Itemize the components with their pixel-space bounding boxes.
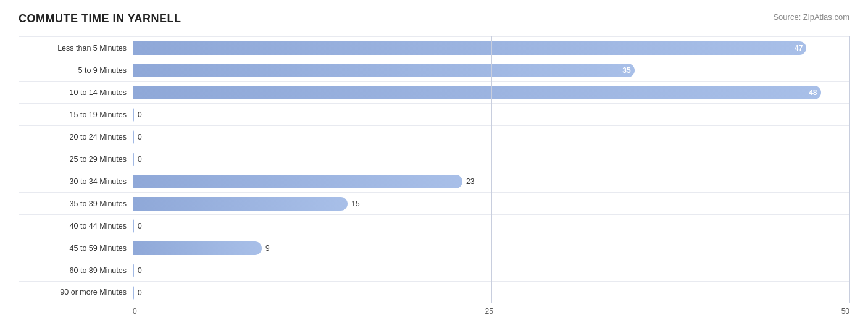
bar-fill-zero <box>133 130 134 144</box>
bar-row: 0 <box>133 214 849 237</box>
chart-source: Source: ZipAtlas.com <box>773 12 849 22</box>
bar-fill <box>133 241 262 255</box>
bar-label: 60 to 89 Minutes <box>19 259 133 281</box>
bar-row: 0 <box>133 281 849 303</box>
bar-value-inside: 48 <box>809 88 817 97</box>
x-axis-tick: 0 <box>133 307 137 316</box>
bar-fill-zero <box>133 286 134 300</box>
bar-value-inside: 35 <box>622 66 630 75</box>
x-axis-labels: 02550 <box>133 307 849 316</box>
bar-label: 30 to 34 Minutes <box>19 170 133 192</box>
bar-label: 15 to 19 Minutes <box>19 103 133 125</box>
bar-row: 23 <box>133 170 849 192</box>
bar-label: 5 to 9 Minutes <box>19 59 133 81</box>
x-axis: 02550 <box>133 307 849 316</box>
bar-label: 40 to 44 Minutes <box>19 214 133 237</box>
bar-fill: 35 <box>133 64 635 77</box>
bar-label: 45 to 59 Minutes <box>19 237 133 259</box>
bar-value-outside: 23 <box>466 177 474 186</box>
bar-row: 47 <box>133 36 849 59</box>
bars-column: 47354800023150900 <box>133 36 849 303</box>
labels-column: Less than 5 Minutes5 to 9 Minutes10 to 1… <box>19 36 133 303</box>
bar-label: 10 to 14 Minutes <box>19 81 133 103</box>
bar-fill <box>133 175 462 188</box>
bar-label: 25 to 29 Minutes <box>19 148 133 170</box>
bar-row: 0 <box>133 259 849 281</box>
chart-container: COMMUTE TIME IN YARNELL Source: ZipAtlas… <box>19 12 849 316</box>
bar-value-zero: 0 <box>138 133 142 141</box>
bar-fill-zero <box>133 264 134 277</box>
bar-row: 15 <box>133 192 849 214</box>
bar-row: 0 <box>133 103 849 125</box>
bar-value-outside: 9 <box>265 244 270 253</box>
bar-value-zero: 0 <box>138 155 142 164</box>
bar-row: 0 <box>133 148 849 170</box>
bar-value-zero: 0 <box>138 222 142 230</box>
bar-fill-zero <box>133 219 134 233</box>
bar-label: 20 to 24 Minutes <box>19 125 133 148</box>
bar-row: 0 <box>133 125 849 148</box>
bar-value-inside: 47 <box>795 44 803 52</box>
bar-value-zero: 0 <box>138 288 142 297</box>
bar-row: 35 <box>133 59 849 81</box>
bar-fill: 48 <box>133 86 821 99</box>
grid-line <box>849 36 850 303</box>
chart-header: COMMUTE TIME IN YARNELL Source: ZipAtlas… <box>19 12 849 25</box>
bar-fill-zero <box>133 108 134 122</box>
bar-row: 48 <box>133 81 849 103</box>
bar-fill: 47 <box>133 41 806 55</box>
bar-value-outside: 15 <box>351 199 359 208</box>
bar-value-zero: 0 <box>138 111 142 119</box>
bar-fill <box>133 197 348 211</box>
bar-value-zero: 0 <box>138 266 142 275</box>
bar-row: 9 <box>133 237 849 259</box>
bar-label: 35 to 39 Minutes <box>19 192 133 214</box>
bar-fill-zero <box>133 153 134 166</box>
bar-label: 90 or more Minutes <box>19 281 133 303</box>
chart-title: COMMUTE TIME IN YARNELL <box>19 12 182 25</box>
chart-body: Less than 5 Minutes5 to 9 Minutes10 to 1… <box>19 36 849 303</box>
x-axis-tick: 50 <box>841 307 849 316</box>
bar-label: Less than 5 Minutes <box>19 36 133 59</box>
x-axis-tick: 25 <box>485 307 493 316</box>
